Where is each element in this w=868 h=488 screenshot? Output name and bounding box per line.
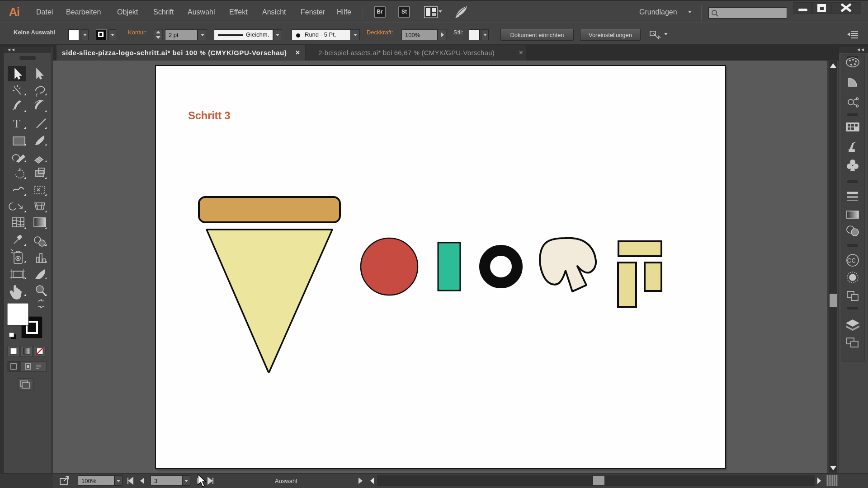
svg-text:T: T (13, 117, 20, 130)
